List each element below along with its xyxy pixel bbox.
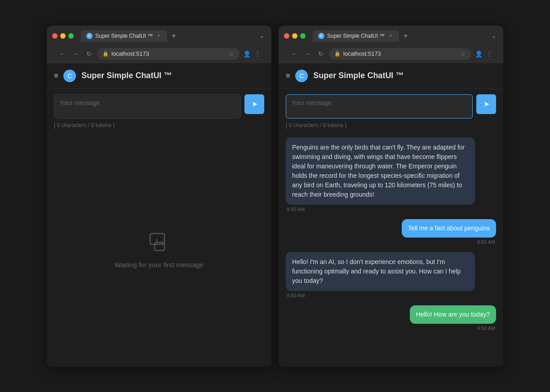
left-browser-window: C Super Simple ChatUI ™ × + ⌄ ← → ↻ 🔒 lo… (47, 26, 271, 367)
right-app-header: ≡ C Super Simple ChatUI ™ (279, 63, 503, 89)
ai-time-1: 9:50 AM (287, 207, 496, 212)
left-empty-chat: Waiting for your first message (54, 137, 264, 361)
ai-bubble-2: Hello! I'm an AI, so I don't experience … (286, 252, 475, 291)
left-tab-favicon: C (86, 33, 93, 39)
user-message-1: Tell me a fact about penguins 9:50 AM (286, 219, 496, 245)
right-more-icon[interactable]: ⋮ (486, 50, 492, 57)
left-bookmark-icon[interactable]: ☆ (228, 50, 234, 57)
left-message-input-area (47, 89, 271, 120)
right-message-input[interactable] (286, 94, 473, 119)
user-text-2: Hello! How are you today? (416, 311, 490, 318)
right-app-content: ≡ C Super Simple ChatUI ™ [ 0 characters… (279, 63, 503, 367)
right-browser-controls: C Super Simple ChatUI ™ × + ⌄ (284, 30, 498, 42)
left-chat-area: Waiting for your first message (47, 132, 271, 367)
right-refresh-button[interactable]: ↻ (316, 49, 325, 58)
right-browser-window: C Super Simple ChatUI ™ × + ⌄ ← → ↻ 🔒 lo… (279, 26, 503, 367)
left-refresh-button[interactable]: ↻ (84, 49, 93, 58)
user-time-1: 9:50 AM (477, 239, 495, 245)
left-app-logo: C (63, 70, 76, 82)
right-profile-icon[interactable]: 👤 (475, 50, 483, 57)
left-browser-right-controls: 👤 ⋮ (243, 50, 261, 57)
user-text-1: Tell me a fact about penguins (408, 225, 490, 232)
right-tab-close-icon[interactable]: × (387, 33, 394, 39)
right-new-tab-button[interactable]: + (401, 30, 410, 42)
right-send-icon (483, 100, 489, 108)
right-bookmark-icon[interactable]: ☆ (460, 50, 466, 57)
left-tab-title: Super Simple ChatUI ™ (95, 33, 153, 39)
left-app-title: Super Simple ChatUI ™ (81, 71, 172, 80)
ai-text-2: Hello! I'm an AI, so I don't experience … (292, 258, 461, 284)
right-minimize-button[interactable] (292, 33, 297, 39)
left-tab-close-icon[interactable]: × (155, 33, 162, 39)
left-hamburger-icon[interactable]: ≡ (54, 72, 58, 80)
left-close-button[interactable] (52, 33, 58, 39)
right-browser-titlebar: C Super Simple ChatUI ™ × + ⌄ ← → ↻ 🔒 lo… (279, 26, 503, 63)
right-close-button[interactable] (284, 33, 289, 39)
ai-text-1: Penguins are the only birds that can't f… (292, 144, 465, 198)
left-send-button[interactable] (244, 94, 264, 114)
right-maximize-button[interactable] (300, 33, 306, 39)
left-back-button[interactable]: ← (58, 49, 67, 58)
right-tab-bar: C Super Simple ChatUI ™ × + (313, 30, 486, 42)
left-app-content: ≡ C Super Simple ChatUI ™ [ 0 characters… (47, 63, 271, 367)
left-tab-bar: C Super Simple ChatUI ™ × + (81, 30, 254, 42)
left-browser-controls: C Super Simple ChatUI ™ × + ⌄ (52, 30, 266, 42)
left-forward-button[interactable]: → (71, 49, 81, 58)
user-bubble-2: Hello! How are you today? (410, 305, 496, 324)
left-maximize-button[interactable] (68, 33, 74, 39)
right-chat-area: Penguins are the only birds that can't f… (279, 132, 503, 367)
right-message-input-wrapper (286, 94, 496, 119)
user-bubble-1: Tell me a fact about penguins (402, 219, 496, 238)
left-send-icon (252, 100, 257, 108)
left-address-bar[interactable]: 🔒 localhost:5173 ☆ (97, 48, 240, 60)
right-tab-dropdown-icon[interactable]: ⌄ (490, 31, 498, 41)
right-hamburger-icon[interactable]: ≡ (286, 72, 290, 80)
ai-bubble-1: Penguins are the only birds that can't f… (286, 137, 475, 205)
left-url-text: localhost:5173 (111, 50, 149, 57)
left-traffic-lights (52, 33, 74, 39)
left-minimize-button[interactable] (60, 33, 66, 39)
right-token-count: [ 0 characters / 0 tokens ] (279, 120, 503, 132)
right-back-button[interactable]: ← (289, 49, 299, 58)
left-addressbar-row: ← → ↻ 🔒 localhost:5173 ☆ 👤 ⋮ (52, 45, 266, 63)
left-empty-chat-icon (148, 230, 170, 255)
left-more-icon[interactable]: ⋮ (254, 50, 261, 57)
right-browser-right-controls: 👤 ⋮ (475, 50, 492, 57)
left-active-tab[interactable]: C Super Simple ChatUI ™ × (81, 30, 167, 42)
left-profile-icon[interactable]: 👤 (243, 50, 251, 57)
left-lock-icon: 🔒 (102, 51, 109, 57)
left-app-header: ≡ C Super Simple ChatUI ™ (47, 63, 271, 89)
right-addressbar-row: ← → ↻ 🔒 localhost:5173 ☆ 👤 ⋮ (284, 45, 498, 63)
right-tab-title: Super Simple ChatUI ™ (327, 33, 385, 39)
left-token-count: [ 0 characters / 0 tokens ] (47, 120, 271, 132)
left-new-tab-button[interactable]: + (169, 30, 178, 42)
right-lock-icon: 🔒 (334, 51, 341, 57)
right-send-button[interactable] (476, 94, 496, 114)
right-app-logo: C (295, 70, 308, 82)
left-browser-titlebar: C Super Simple ChatUI ™ × + ⌄ ← → ↻ 🔒 lo… (47, 26, 271, 63)
left-empty-chat-text: Waiting for your first message (115, 261, 204, 269)
ai-message-1: Penguins are the only birds that can't f… (286, 137, 496, 212)
left-message-input-wrapper (54, 94, 264, 119)
right-traffic-lights (284, 33, 306, 39)
user-message-2: Hello! How are you today? 9:50 AM (286, 305, 496, 331)
ai-time-2: 9:50 AM (287, 293, 496, 298)
left-message-input[interactable] (54, 94, 241, 119)
left-tab-dropdown-icon[interactable]: ⌄ (258, 31, 266, 41)
right-tab-favicon: C (318, 33, 324, 39)
right-url-text: localhost:5173 (343, 50, 381, 57)
ai-message-2: Hello! I'm an AI, so I don't experience … (286, 252, 496, 298)
right-message-input-area (279, 89, 503, 120)
right-forward-button[interactable]: → (303, 49, 313, 58)
right-active-tab[interactable]: C Super Simple ChatUI ™ × (313, 30, 399, 42)
right-app-title: Super Simple ChatUI ™ (313, 71, 404, 80)
right-address-bar[interactable]: 🔒 localhost:5173 ☆ (329, 48, 471, 60)
user-time-2: 9:50 AM (477, 326, 495, 331)
